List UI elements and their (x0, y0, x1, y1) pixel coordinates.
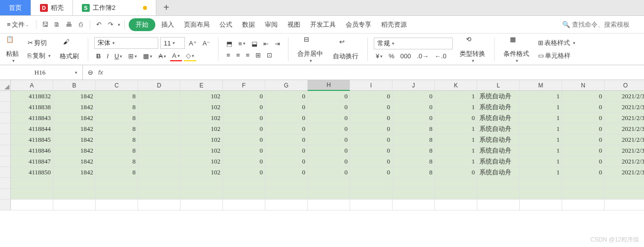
cell[interactable] (180, 178, 223, 189)
cell[interactable]: 0 (435, 113, 477, 124)
cell[interactable] (520, 178, 562, 189)
save-as-icon[interactable]: 🗎 (52, 20, 62, 30)
cell[interactable]: 8 (393, 156, 435, 167)
increase-font-button[interactable]: A⁺ (187, 39, 199, 48)
cell[interactable] (138, 102, 180, 113)
cell[interactable]: 0 (350, 167, 393, 178)
cell[interactable]: 2021/2/3 (605, 156, 644, 167)
cell[interactable]: 0 (308, 102, 350, 113)
search-input[interactable] (572, 21, 641, 28)
cell[interactable]: 102 (180, 134, 223, 145)
fill-color-button[interactable]: ◇▾ (184, 51, 196, 61)
row-header[interactable] (0, 134, 11, 145)
align-top-button[interactable]: ⬒ (224, 39, 234, 48)
number-format-select[interactable]: 常规 (374, 38, 453, 49)
cell[interactable]: 0 (223, 91, 265, 102)
cut-button[interactable]: ✂剪切 (26, 38, 53, 48)
border-button[interactable]: ⊞▾ (126, 51, 139, 61)
cell[interactable]: 102 (180, 145, 223, 156)
menu-insert[interactable]: 插入 (157, 18, 178, 31)
cell[interactable] (138, 113, 180, 124)
cell[interactable] (605, 200, 644, 210)
cell[interactable]: 0 (223, 113, 265, 124)
cell[interactable]: 1842 (53, 124, 96, 134)
cell[interactable]: 2021/2/3 (605, 102, 644, 113)
cell[interactable]: 2021/2/3 (605, 113, 644, 124)
column-header-H[interactable]: H (308, 80, 350, 91)
cell[interactable]: 0 (562, 91, 605, 102)
fill-pattern-button[interactable]: ▦▾ (141, 51, 154, 61)
cell[interactable]: 系统自动舟 (477, 102, 520, 113)
cell[interactable]: 1 (435, 124, 477, 134)
undo-icon[interactable]: ↶ (94, 20, 104, 30)
cell[interactable] (138, 124, 180, 134)
cell[interactable]: 0 (223, 102, 265, 113)
indent-right-button[interactable]: ⇥ (273, 39, 282, 48)
search-box[interactable]: 🔍 (562, 21, 641, 28)
cell[interactable]: 102 (180, 167, 223, 178)
cell[interactable]: 0 (350, 134, 393, 145)
cell[interactable]: 8 (96, 124, 138, 134)
cell[interactable]: 0 (562, 167, 605, 178)
cell[interactable] (138, 156, 180, 167)
cell[interactable]: 102 (180, 156, 223, 167)
cell[interactable]: 0 (435, 167, 477, 178)
menu-view[interactable]: 视图 (284, 18, 304, 31)
cell[interactable]: 4118847 (11, 156, 53, 167)
cell[interactable]: 系统自动舟 (477, 167, 520, 178)
menu-layout[interactable]: 页面布局 (180, 18, 214, 31)
menu-formula[interactable]: 公式 (215, 18, 236, 31)
menu-review[interactable]: 审阅 (261, 18, 282, 31)
font-name-select[interactable]: 宋体 (94, 37, 158, 49)
cell[interactable]: 1842 (53, 145, 96, 156)
row-header[interactable] (0, 156, 11, 167)
cell[interactable]: 1842 (53, 167, 96, 178)
cell[interactable]: 102 (180, 124, 223, 134)
cell[interactable]: 4118846 (11, 145, 53, 156)
row-header[interactable] (0, 113, 11, 124)
cell[interactable]: 0 (393, 113, 435, 124)
cell[interactable]: 0 (265, 91, 308, 102)
cell[interactable] (138, 91, 180, 102)
bold-button[interactable]: B (94, 51, 103, 61)
cell[interactable] (138, 189, 180, 200)
cell[interactable]: 0 (393, 91, 435, 102)
tab-workbook[interactable]: S 工作簿2 (73, 0, 156, 15)
cell[interactable]: 8 (96, 145, 138, 156)
cell[interactable]: 系统自动舟 (477, 145, 520, 156)
cell[interactable] (393, 178, 435, 189)
cell[interactable]: 1 (435, 156, 477, 167)
cell[interactable] (53, 189, 96, 200)
cell[interactable] (11, 200, 53, 210)
column-header-M[interactable]: M (520, 80, 562, 91)
tab-home[interactable]: 首页 (0, 0, 31, 15)
table-style-button[interactable]: ⊞表格样式 (536, 38, 577, 48)
cell[interactable] (350, 200, 393, 210)
row-header[interactable] (0, 167, 11, 178)
font-color-button[interactable]: A▾ (170, 51, 182, 61)
cell[interactable]: 0 (308, 167, 350, 178)
row-header[interactable] (0, 91, 11, 102)
cell[interactable]: 1 (435, 145, 477, 156)
cell[interactable]: 0 (350, 102, 393, 113)
cell[interactable]: 8 (96, 91, 138, 102)
cell[interactable]: 1842 (53, 113, 96, 124)
align-bottom-button[interactable]: ⬓ (250, 39, 259, 48)
cell[interactable] (223, 200, 265, 210)
distribute-button[interactable]: ⊞ (253, 50, 263, 60)
align-right-button[interactable]: ≡ (244, 50, 252, 60)
percent-button[interactable]: % (387, 51, 396, 61)
save-icon[interactable]: 🖫 (40, 20, 50, 30)
type-convert-button[interactable]: ⟲ 类型转换 (457, 35, 488, 64)
cell[interactable] (520, 200, 562, 210)
row-header[interactable] (0, 124, 11, 134)
column-header-A[interactable]: A (11, 80, 53, 91)
cell[interactable] (477, 189, 520, 200)
cell[interactable]: 0 (350, 145, 393, 156)
column-header-D[interactable]: D (138, 80, 180, 91)
cell[interactable]: 0 (265, 113, 308, 124)
cell[interactable]: 8 (96, 134, 138, 145)
cell[interactable]: 0 (350, 113, 393, 124)
row-header[interactable] (0, 102, 11, 113)
cell[interactable]: 0 (223, 167, 265, 178)
